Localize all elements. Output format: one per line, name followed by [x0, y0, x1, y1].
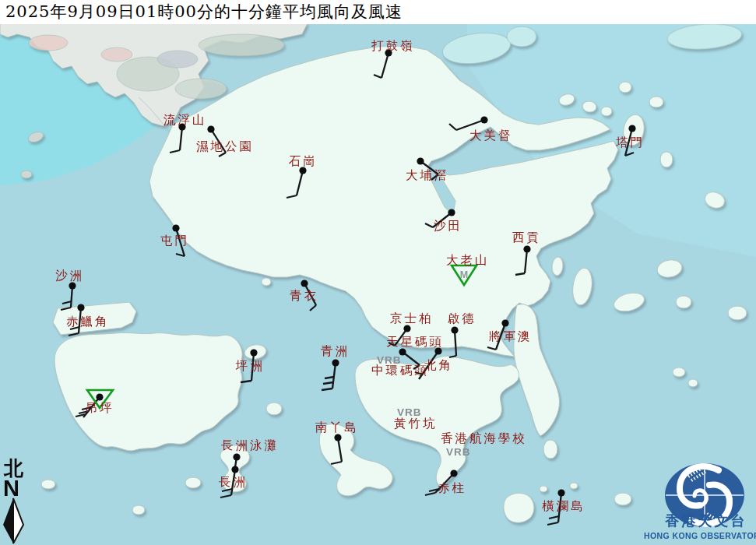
urban-patch-gray: [157, 51, 198, 68]
station-dot[interactable]: [480, 116, 487, 123]
station-label[interactable]: 大老山: [446, 253, 490, 267]
station-label[interactable]: 大美督: [469, 128, 513, 142]
island-waglan: [570, 483, 578, 489]
station-dot[interactable]: [77, 304, 84, 311]
station-label[interactable]: 啟德: [448, 311, 476, 325]
island-bluff: [676, 296, 691, 308]
urban-patch-pink: [29, 35, 68, 51]
station-label[interactable]: 香港航海學校: [441, 431, 527, 445]
station-label[interactable]: 青衣: [290, 289, 318, 303]
station-label[interactable]: 中環碼頭: [371, 364, 429, 378]
island-lo-chau: [540, 486, 547, 492]
station-label[interactable]: 南丫島: [315, 420, 359, 434]
island-tung-lung: [543, 440, 557, 459]
island-ninepin-2: [688, 379, 698, 387]
urban-patch: [175, 79, 227, 99]
land-po-toi: [504, 493, 534, 522]
station-label[interactable]: 西貢: [512, 230, 541, 244]
island-ma-wan: [262, 278, 271, 286]
wind-map-screen: 打鼓嶺流浮山濕地公園石崗大美督塔門大埔滘沙田西貢屯門沙洲赤鱲角青衣京士柏啟德將軍…: [0, 0, 756, 545]
station-label[interactable]: 流浮山: [164, 113, 207, 127]
station-label[interactable]: 大埔滘: [406, 168, 449, 182]
island-hei-ling-chau: [266, 403, 282, 415]
island-double-haven-3: [601, 107, 612, 116]
urban-patch: [199, 34, 284, 56]
station-dot[interactable]: [207, 125, 214, 132]
island-crescent: [619, 82, 631, 93]
station-label[interactable]: 沙田: [434, 219, 462, 233]
map-title-bar: 2025年9月09日01時00分的十分鐘平均風向及風速: [0, 0, 756, 24]
station-dot[interactable]: [448, 209, 455, 216]
station-label[interactable]: 濕地公園: [196, 139, 254, 153]
station-dot[interactable]: [69, 282, 76, 289]
station-label[interactable]: 沙洲: [55, 269, 84, 283]
station-dot[interactable]: [417, 157, 424, 164]
island-ninepin-1: [673, 367, 685, 377]
deep-bay-islet: [21, 171, 32, 178]
station-label[interactable]: 青洲: [321, 344, 350, 358]
station-label[interactable]: 塔門: [616, 135, 645, 149]
station-dot[interactable]: [451, 326, 458, 333]
station-dot[interactable]: [233, 453, 240, 460]
logo-name-chinese: 香港天文台: [665, 512, 747, 529]
island-shek-kwu-chau: [185, 477, 201, 488]
maintenance-m-icon: M: [460, 269, 468, 280]
station-label[interactable]: 將軍澳: [489, 329, 533, 343]
station-label[interactable]: 赤柱: [438, 481, 466, 495]
island-east: [728, 306, 747, 320]
dapeng-coast: [507, 26, 536, 47]
station-dot[interactable]: [250, 349, 257, 356]
island-port: [660, 152, 673, 167]
station-label[interactable]: 昂坪: [86, 401, 114, 415]
station-dot[interactable]: [334, 434, 341, 441]
compass-letter: N: [3, 476, 19, 501]
station-dot[interactable]: [557, 489, 564, 496]
station-label[interactable]: 石崗: [288, 154, 318, 168]
station-label[interactable]: 打鼓嶺: [371, 39, 415, 53]
station-dot[interactable]: [231, 466, 238, 473]
logo-name-english: HONG KONG OBSERVATORY: [644, 531, 756, 540]
station-label[interactable]: 坪洲: [235, 359, 265, 373]
station-label[interactable]: 黃竹坑: [394, 417, 438, 431]
station-label[interactable]: 屯門: [160, 234, 189, 248]
map-title: 2025年9月09日01時00分的十分鐘平均風向及風速: [5, 2, 403, 21]
station-dot[interactable]: [450, 469, 457, 476]
station-dot[interactable]: [332, 359, 339, 366]
island-fan-lau: [41, 480, 55, 489]
station-dot[interactable]: [523, 245, 530, 252]
station-label[interactable]: 長洲: [219, 475, 248, 489]
station-dot[interactable]: [172, 224, 179, 231]
vrb-label: VRB: [446, 446, 471, 458]
station-dot[interactable]: [96, 393, 103, 400]
hong-kong-wind-map: 打鼓嶺流浮山濕地公園石崗大美督塔門大埔滘沙田西貢屯門沙洲赤鱲角青衣京士柏啟德將軍…: [0, 0, 756, 545]
station-label[interactable]: 京士柏: [390, 311, 434, 325]
island-grass: [649, 97, 663, 107]
station-dot[interactable]: [434, 347, 441, 354]
station-dot[interactable]: [301, 280, 308, 287]
station-label[interactable]: 赤鱲角: [66, 315, 110, 329]
island-soko: [132, 505, 145, 515]
station-dot[interactable]: [501, 319, 508, 326]
station-label[interactable]: 長洲泳灘: [221, 438, 279, 452]
station-label[interactable]: 天星碼頭: [386, 335, 444, 349]
island-beaufort: [614, 493, 631, 505]
station-dot[interactable]: [403, 325, 410, 332]
urban-patch-pink: [101, 47, 132, 62]
station-dot[interactable]: [628, 125, 635, 132]
station-label[interactable]: 橫瀾島: [542, 499, 585, 513]
